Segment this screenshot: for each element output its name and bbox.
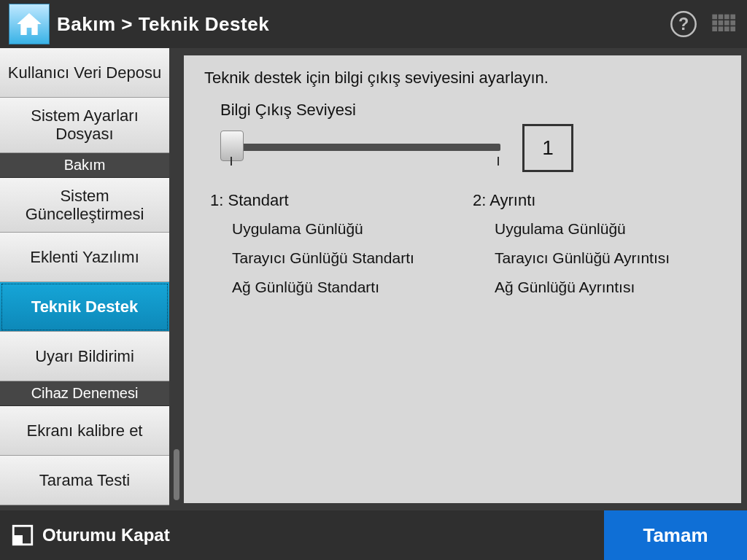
- slider-thumb[interactable]: [220, 131, 244, 161]
- sidebar-item-system-settings-file[interactable]: Sistem Ayarları Dosyası: [0, 98, 169, 153]
- svg-rect-5: [730, 15, 735, 20]
- sidebar-header-label: Bakım: [64, 157, 106, 174]
- level-1-item: Ağ Günlüğü Standartı: [232, 279, 458, 296]
- sidebar-item-label: Sistem Ayarları Dosyası: [4, 106, 165, 144]
- sidebar: Kullanıcı Veri Deposu Sistem Ayarları Do…: [0, 48, 169, 510]
- svg-rect-2: [712, 15, 717, 20]
- level-1-column: 1: Standart Uygulama Günlüğü Tarayıcı Gü…: [210, 191, 458, 308]
- home-icon: [15, 9, 44, 39]
- slider-track: [231, 144, 500, 151]
- logoff-button[interactable]: Oturumu Kapat: [0, 510, 190, 560]
- sidebar-item-system-update[interactable]: Sistem Güncelleştirmesi: [0, 178, 169, 233]
- sidebar-item-label: Eklenti Yazılımı: [30, 248, 139, 266]
- sidebar-item-plugin-software[interactable]: Eklenti Yazılımı: [0, 233, 169, 282]
- svg-rect-15: [13, 535, 23, 545]
- sidebar-item-label: Tarama Testi: [39, 471, 130, 489]
- sidebar-item-label: Sistem Güncelleştirmesi: [4, 187, 165, 224]
- svg-rect-10: [712, 26, 717, 31]
- sidebar-item-label: Uyarı Bildirimi: [35, 347, 134, 365]
- ok-label: Tamam: [643, 524, 708, 547]
- ok-button[interactable]: Tamam: [604, 510, 747, 560]
- slider-label: Bilgi Çıkış Seviyesi: [220, 101, 721, 120]
- svg-text:?: ?: [678, 15, 689, 34]
- sidebar-item-user-data-store[interactable]: Kullanıcı Veri Deposu: [0, 48, 169, 98]
- level-2-title: 2: Ayrıntı: [473, 191, 721, 210]
- app-footer: Oturumu Kapat Tamam: [0, 510, 747, 560]
- logoff-label: Oturumu Kapat: [42, 525, 170, 545]
- level-2-item: Uygulama Günlüğü: [495, 220, 721, 238]
- level-1-item: Tarayıcı Günlüğü Standartı: [232, 249, 458, 267]
- svg-rect-8: [724, 20, 729, 26]
- main-panel: Teknik destek için bilgi çıkış seviyesin…: [184, 55, 741, 503]
- svg-rect-12: [724, 26, 729, 31]
- svg-rect-4: [724, 15, 729, 20]
- scrollbar-thumb[interactable]: [174, 449, 179, 500]
- svg-rect-3: [719, 15, 724, 20]
- keyboard-icon: [710, 9, 739, 39]
- help-icon: ?: [669, 9, 698, 39]
- svg-rect-9: [730, 20, 735, 26]
- slider-value: 1: [542, 136, 554, 160]
- sidebar-item-alert-notification[interactable]: Uyarı Bildirimi: [0, 332, 169, 381]
- svg-rect-7: [719, 20, 724, 26]
- level-1-title: 1: Standart: [210, 191, 458, 210]
- sidebar-item-label: Kullanıcı Veri Deposu: [8, 63, 161, 82]
- info-level-slider[interactable]: [220, 126, 503, 170]
- slider-tick: [231, 157, 232, 166]
- keyboard-button[interactable]: [706, 6, 743, 42]
- sidebar-item-tech-support[interactable]: Teknik Destek: [0, 282, 169, 332]
- svg-rect-13: [730, 26, 735, 31]
- help-button[interactable]: ?: [665, 6, 702, 42]
- slider-tick: [498, 157, 499, 166]
- sidebar-scrollbar[interactable]: [169, 48, 184, 510]
- level-1-item: Uygulama Günlüğü: [232, 220, 458, 238]
- svg-rect-6: [712, 20, 717, 26]
- app-header: Bakım > Teknik Destek ?: [0, 0, 747, 48]
- sidebar-item-label: Teknik Destek: [31, 298, 138, 316]
- sidebar-header-device-test: Cihaz Denemesi: [0, 381, 169, 406]
- panel-intro-text: Teknik destek için bilgi çıkış seviyesin…: [204, 69, 721, 88]
- home-button[interactable]: [9, 4, 50, 44]
- sidebar-header-maintenance: Bakım: [0, 153, 169, 178]
- sidebar-header-label: Cihaz Denemesi: [31, 385, 139, 402]
- level-2-item: Tarayıcı Günlüğü Ayrıntısı: [495, 249, 721, 267]
- sidebar-item-scan-test[interactable]: Tarama Testi: [0, 456, 169, 505]
- svg-rect-11: [719, 26, 724, 31]
- sidebar-item-label: Ekranı kalibre et: [27, 421, 143, 440]
- breadcrumb: Bakım > Teknik Destek: [57, 13, 665, 36]
- logoff-icon: [10, 523, 35, 548]
- sidebar-item-calibrate-screen[interactable]: Ekranı kalibre et: [0, 406, 169, 456]
- level-2-column: 2: Ayrıntı Uygulama Günlüğü Tarayıcı Gün…: [473, 191, 721, 308]
- slider-value-box: 1: [522, 124, 573, 172]
- level-2-item: Ağ Günlüğü Ayrıntısı: [495, 279, 721, 296]
